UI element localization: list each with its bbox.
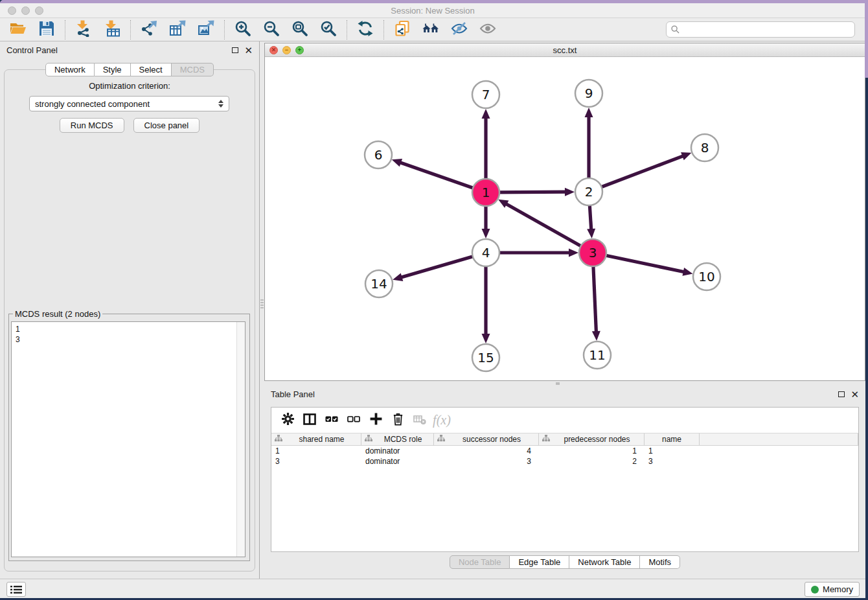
vertical-splitter[interactable] <box>259 41 264 579</box>
graph-node-7[interactable]: 7 <box>472 81 499 108</box>
graph-node-2[interactable]: 2 <box>575 178 602 205</box>
table-cell[interactable]: 3 <box>645 456 700 467</box>
tab-motifs[interactable]: Motifs <box>640 555 680 569</box>
result-scrollbar[interactable] <box>236 322 245 557</box>
graph-node-9[interactable]: 9 <box>575 80 602 107</box>
table-row[interactable]: 3dominator323 <box>271 456 858 467</box>
tab-mcds[interactable]: MCDS <box>172 63 214 76</box>
network-view-window: ✕ − + scc.txt 7968124314101511 <box>264 43 865 381</box>
window-border-top <box>0 0 868 3</box>
memory-button[interactable]: Memory <box>805 582 860 597</box>
deselect-all-button[interactable] <box>343 411 365 430</box>
column-header-successor-nodes[interactable]: successor nodes <box>434 433 539 445</box>
graph-edge-arrowhead <box>681 152 691 160</box>
graph-edge[interactable] <box>589 156 684 192</box>
mcds-result-node: 1 <box>16 324 241 334</box>
graph-node-8[interactable]: 8 <box>691 134 718 161</box>
graph-node-14[interactable]: 14 <box>365 270 393 297</box>
graph-node-10[interactable]: 10 <box>693 263 720 290</box>
svg-text:7: 7 <box>482 87 490 102</box>
toolbar-separator <box>347 20 347 40</box>
zoom-fit-button[interactable] <box>290 20 310 40</box>
graph-node-4[interactable]: 4 <box>472 239 499 266</box>
zoom-selected-button[interactable] <box>319 20 338 40</box>
select-all-button[interactable] <box>321 411 343 430</box>
toolbar-separator <box>130 20 131 40</box>
tab-style[interactable]: Style <box>95 63 131 76</box>
tab-network[interactable]: Network <box>45 63 95 76</box>
zoom-out-icon <box>263 20 280 40</box>
column-header-name[interactable]: name <box>645 433 700 445</box>
table-cell[interactable]: 1 <box>645 446 700 456</box>
network-canvas[interactable]: 7968124314101511 <box>265 57 865 380</box>
copy-network-button[interactable] <box>393 20 412 40</box>
import-table-button[interactable] <box>102 20 122 40</box>
column-header-shared-name[interactable]: shared name <box>271 433 361 445</box>
splitter-grip[interactable] <box>260 299 264 310</box>
table-cell[interactable]: 1 <box>271 446 361 456</box>
table-cell[interactable]: 1 <box>539 446 645 456</box>
table-header-row: shared nameMCDS rolesuccessor nodesprede… <box>271 433 858 446</box>
tab-select[interactable]: Select <box>131 63 172 76</box>
float-table-panel-icon[interactable] <box>838 391 845 397</box>
function-builder-button[interactable]: f(x) <box>431 411 453 430</box>
columns-button[interactable] <box>299 411 321 430</box>
zoom-in-button[interactable] <box>233 20 253 40</box>
network-window-titlebar[interactable]: ✕ − + scc.txt <box>265 43 865 57</box>
column-header-predecessor-nodes[interactable]: predecessor nodes <box>539 433 645 445</box>
horizontal-splitter[interactable] <box>264 381 865 386</box>
delete-column-icon <box>413 413 426 428</box>
table-cell[interactable]: 2 <box>539 456 645 467</box>
export-image-button[interactable] <box>196 20 216 40</box>
delete-button[interactable] <box>387 411 409 430</box>
hide-selected-button[interactable] <box>450 20 469 40</box>
run-mcds-button[interactable]: Run MCDS <box>60 118 124 133</box>
graph-node-11[interactable]: 11 <box>584 341 611 369</box>
table-cell[interactable]: 3 <box>271 456 361 467</box>
graph-node-3[interactable]: 3 <box>579 239 606 266</box>
tab-node-table[interactable]: Node Table <box>450 555 510 569</box>
table-row[interactable]: 1dominator411 <box>271 446 858 456</box>
graph-edge-arrowhead <box>482 229 490 238</box>
close-table-panel-icon[interactable]: ✕ <box>851 389 859 399</box>
graph-edge[interactable] <box>505 203 593 253</box>
table-cell[interactable]: 4 <box>434 446 539 456</box>
export-table-button[interactable] <box>168 20 187 40</box>
zoom-out-button[interactable] <box>262 20 281 40</box>
graph-node-15[interactable]: 15 <box>472 344 499 371</box>
list-icon <box>10 585 22 594</box>
tab-edge-table[interactable]: Edge Table <box>510 555 569 569</box>
table-cell[interactable]: 3 <box>434 456 539 467</box>
main-toolbar <box>0 18 865 41</box>
save-button[interactable] <box>37 20 56 40</box>
settings-button[interactable] <box>277 411 299 430</box>
graph-node-6[interactable]: 6 <box>365 141 392 168</box>
mcds-result-list[interactable]: 13 <box>11 321 246 557</box>
close-panel-button[interactable]: Close panel <box>133 118 200 133</box>
column-header-MCDS-role[interactable]: MCDS role <box>361 433 434 445</box>
add-button[interactable] <box>365 411 387 430</box>
open-folder-button[interactable] <box>8 20 28 40</box>
mcds-result-node: 3 <box>16 334 241 345</box>
import-network-button[interactable] <box>74 20 93 40</box>
splitter-grip[interactable] <box>556 382 560 385</box>
graph-edge-arrowhead <box>585 108 593 117</box>
export-network-button[interactable] <box>139 20 159 40</box>
svg-text:10: 10 <box>698 269 714 284</box>
first-neighbors-button[interactable] <box>421 20 440 40</box>
task-history-button[interactable] <box>6 582 26 597</box>
tab-network-table[interactable]: Network Table <box>569 555 640 569</box>
float-panel-icon[interactable] <box>232 47 238 53</box>
search-box[interactable] <box>666 21 855 38</box>
refresh-button[interactable] <box>356 20 375 40</box>
mcds-result-group: MCDS result (2 nodes) 13 <box>8 314 250 561</box>
delete-column-button[interactable] <box>409 411 431 430</box>
table-cell[interactable]: dominator <box>361 456 434 467</box>
show-all-button[interactable] <box>478 20 497 40</box>
criterion-select[interactable]: strongly connected component <box>29 96 229 111</box>
close-panel-icon[interactable]: ✕ <box>244 45 253 55</box>
window-border-right <box>865 0 868 78</box>
search-input[interactable] <box>683 25 850 34</box>
table-cell[interactable]: dominator <box>361 446 434 456</box>
graph-node-1[interactable]: 1 <box>472 179 499 206</box>
